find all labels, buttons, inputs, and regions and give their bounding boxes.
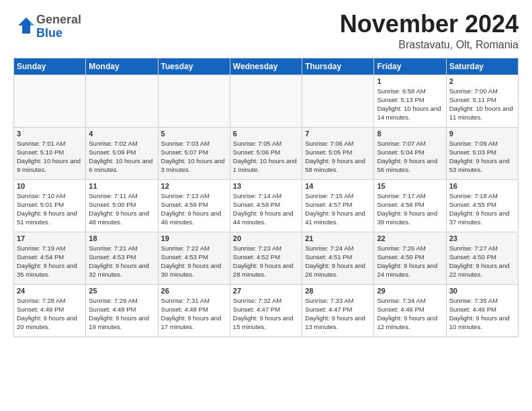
calendar-cell: 3Sunrise: 7:01 AM Sunset: 5:10 PM Daylig… — [14, 127, 86, 179]
day-number: 25 — [89, 287, 154, 295]
calendar-cell: 30Sunrise: 7:35 AM Sunset: 4:46 PM Dayli… — [446, 284, 518, 336]
day-number: 16 — [449, 182, 515, 190]
calendar-cell: 1Sunrise: 6:58 AM Sunset: 5:13 PM Daylig… — [374, 75, 446, 127]
day-number: 14 — [305, 182, 371, 190]
day-info: Sunrise: 7:27 AM Sunset: 4:50 PM Dayligh… — [449, 244, 515, 279]
day-number: 13 — [233, 182, 299, 190]
logo-icon — [16, 15, 36, 36]
calendar-cell: 17Sunrise: 7:19 AM Sunset: 4:54 PM Dayli… — [14, 232, 86, 284]
day-number: 12 — [161, 182, 227, 190]
calendar-cell: 10Sunrise: 7:10 AM Sunset: 5:01 PM Dayli… — [14, 179, 86, 232]
day-info: Sunrise: 7:28 AM Sunset: 4:49 PM Dayligh… — [17, 296, 83, 332]
day-info: Sunrise: 7:22 AM Sunset: 4:53 PM Dayligh… — [161, 244, 227, 279]
day-number: 5 — [161, 130, 227, 138]
day-number: 11 — [89, 182, 154, 190]
day-number: 3 — [17, 130, 83, 138]
calendar-cell: 25Sunrise: 7:29 AM Sunset: 4:48 PM Dayli… — [86, 284, 158, 336]
day-info: Sunrise: 6:58 AM Sunset: 5:13 PM Dayligh… — [377, 87, 443, 122]
day-info: Sunrise: 7:10 AM Sunset: 5:01 PM Dayligh… — [17, 191, 83, 227]
logo-general: General — [36, 13, 81, 26]
day-info: Sunrise: 7:19 AM Sunset: 4:54 PM Dayligh… — [17, 244, 83, 279]
day-number: 17 — [17, 234, 83, 242]
day-number: 15 — [377, 182, 443, 190]
day-info: Sunrise: 7:03 AM Sunset: 5:07 PM Dayligh… — [161, 139, 227, 175]
calendar-week-row: 3Sunrise: 7:01 AM Sunset: 5:10 PM Daylig… — [14, 127, 519, 179]
header: General Blue November 2024 Brastavatu, O… — [13, 11, 519, 51]
calendar-header-row: SundayMondayTuesdayWednesdayThursdayFrid… — [14, 58, 519, 75]
calendar-cell: 22Sunrise: 7:26 AM Sunset: 4:50 PM Dayli… — [374, 232, 446, 284]
calendar-cell: 16Sunrise: 7:18 AM Sunset: 4:55 PM Dayli… — [446, 179, 518, 232]
calendar-cell — [14, 75, 86, 127]
day-info: Sunrise: 7:15 AM Sunset: 4:57 PM Dayligh… — [305, 191, 371, 227]
day-info: Sunrise: 7:18 AM Sunset: 4:55 PM Dayligh… — [449, 191, 515, 227]
calendar-week-row: 1Sunrise: 6:58 AM Sunset: 5:13 PM Daylig… — [14, 75, 519, 127]
day-number: 24 — [17, 287, 83, 295]
day-number: 28 — [305, 287, 371, 295]
day-number: 1 — [377, 77, 443, 85]
weekday-header: Wednesday — [230, 58, 302, 75]
month-title: November 2024 — [340, 11, 519, 38]
day-info: Sunrise: 7:34 AM Sunset: 4:46 PM Dayligh… — [377, 296, 443, 332]
day-number: 4 — [89, 130, 154, 138]
calendar-cell: 21Sunrise: 7:24 AM Sunset: 4:51 PM Dayli… — [302, 232, 374, 284]
calendar-week-row: 17Sunrise: 7:19 AM Sunset: 4:54 PM Dayli… — [14, 232, 519, 284]
calendar-cell: 27Sunrise: 7:32 AM Sunset: 4:47 PM Dayli… — [230, 284, 302, 336]
calendar-cell: 24Sunrise: 7:28 AM Sunset: 4:49 PM Dayli… — [14, 284, 86, 336]
page: General Blue November 2024 Brastavatu, O… — [0, 0, 532, 411]
logo-blue: Blue — [36, 26, 62, 40]
calendar-cell: 5Sunrise: 7:03 AM Sunset: 5:07 PM Daylig… — [158, 127, 230, 179]
title-block: November 2024 Brastavatu, Olt, Romania — [340, 11, 519, 51]
day-number: 23 — [449, 234, 515, 242]
day-number: 2 — [449, 77, 515, 85]
day-info: Sunrise: 7:24 AM Sunset: 4:51 PM Dayligh… — [305, 244, 371, 279]
day-info: Sunrise: 7:31 AM Sunset: 4:48 PM Dayligh… — [161, 296, 227, 332]
day-number: 20 — [233, 234, 299, 242]
day-number: 9 — [449, 130, 515, 138]
day-info: Sunrise: 7:32 AM Sunset: 4:47 PM Dayligh… — [233, 296, 299, 332]
day-info: Sunrise: 7:11 AM Sunset: 5:00 PM Dayligh… — [89, 191, 154, 227]
day-info: Sunrise: 7:13 AM Sunset: 4:59 PM Dayligh… — [161, 191, 227, 227]
calendar-cell: 9Sunrise: 7:09 AM Sunset: 5:03 PM Daylig… — [446, 127, 518, 179]
logo: General Blue — [13, 13, 81, 40]
calendar-cell: 7Sunrise: 7:06 AM Sunset: 5:05 PM Daylig… — [302, 127, 374, 179]
weekday-header: Sunday — [14, 58, 86, 75]
calendar-cell: 26Sunrise: 7:31 AM Sunset: 4:48 PM Dayli… — [158, 284, 230, 336]
calendar-cell: 19Sunrise: 7:22 AM Sunset: 4:53 PM Dayli… — [158, 232, 230, 284]
day-info: Sunrise: 7:05 AM Sunset: 5:06 PM Dayligh… — [233, 139, 299, 175]
weekday-header: Tuesday — [158, 58, 230, 75]
calendar-cell: 15Sunrise: 7:17 AM Sunset: 4:56 PM Dayli… — [374, 179, 446, 232]
calendar-week-row: 10Sunrise: 7:10 AM Sunset: 5:01 PM Dayli… — [14, 179, 519, 232]
calendar-cell: 12Sunrise: 7:13 AM Sunset: 4:59 PM Dayli… — [158, 179, 230, 232]
day-info: Sunrise: 7:14 AM Sunset: 4:58 PM Dayligh… — [233, 191, 299, 227]
day-info: Sunrise: 7:33 AM Sunset: 4:47 PM Dayligh… — [305, 296, 371, 332]
day-number: 21 — [305, 234, 371, 242]
day-number: 19 — [161, 234, 227, 242]
weekday-header: Saturday — [446, 58, 518, 75]
calendar-cell: 8Sunrise: 7:07 AM Sunset: 5:04 PM Daylig… — [374, 127, 446, 179]
calendar-cell: 13Sunrise: 7:14 AM Sunset: 4:58 PM Dayli… — [230, 179, 302, 232]
day-number: 22 — [377, 234, 443, 242]
day-number: 10 — [17, 182, 83, 190]
day-info: Sunrise: 7:21 AM Sunset: 4:53 PM Dayligh… — [89, 244, 154, 279]
day-info: Sunrise: 7:07 AM Sunset: 5:04 PM Dayligh… — [377, 139, 443, 175]
calendar-cell — [230, 75, 302, 127]
weekday-header: Friday — [374, 58, 446, 75]
day-number: 29 — [377, 287, 443, 295]
calendar-cell: 28Sunrise: 7:33 AM Sunset: 4:47 PM Dayli… — [302, 284, 374, 336]
subtitle: Brastavatu, Olt, Romania — [340, 39, 519, 51]
day-info: Sunrise: 7:00 AM Sunset: 5:11 PM Dayligh… — [449, 87, 515, 122]
day-info: Sunrise: 7:26 AM Sunset: 4:50 PM Dayligh… — [377, 244, 443, 279]
day-info: Sunrise: 7:29 AM Sunset: 4:48 PM Dayligh… — [89, 296, 154, 332]
day-info: Sunrise: 7:06 AM Sunset: 5:05 PM Dayligh… — [305, 139, 371, 175]
day-info: Sunrise: 7:23 AM Sunset: 4:52 PM Dayligh… — [233, 244, 299, 279]
weekday-header: Monday — [86, 58, 158, 75]
day-number: 7 — [305, 130, 371, 138]
calendar-week-row: 24Sunrise: 7:28 AM Sunset: 4:49 PM Dayli… — [14, 284, 519, 336]
svg-marker-1 — [30, 21, 34, 26]
calendar-cell: 14Sunrise: 7:15 AM Sunset: 4:57 PM Dayli… — [302, 179, 374, 232]
calendar-cell: 11Sunrise: 7:11 AM Sunset: 5:00 PM Dayli… — [86, 179, 158, 232]
day-info: Sunrise: 7:01 AM Sunset: 5:10 PM Dayligh… — [17, 139, 83, 175]
day-info: Sunrise: 7:35 AM Sunset: 4:46 PM Dayligh… — [449, 296, 515, 332]
calendar-cell: 20Sunrise: 7:23 AM Sunset: 4:52 PM Dayli… — [230, 232, 302, 284]
day-number: 26 — [161, 287, 227, 295]
